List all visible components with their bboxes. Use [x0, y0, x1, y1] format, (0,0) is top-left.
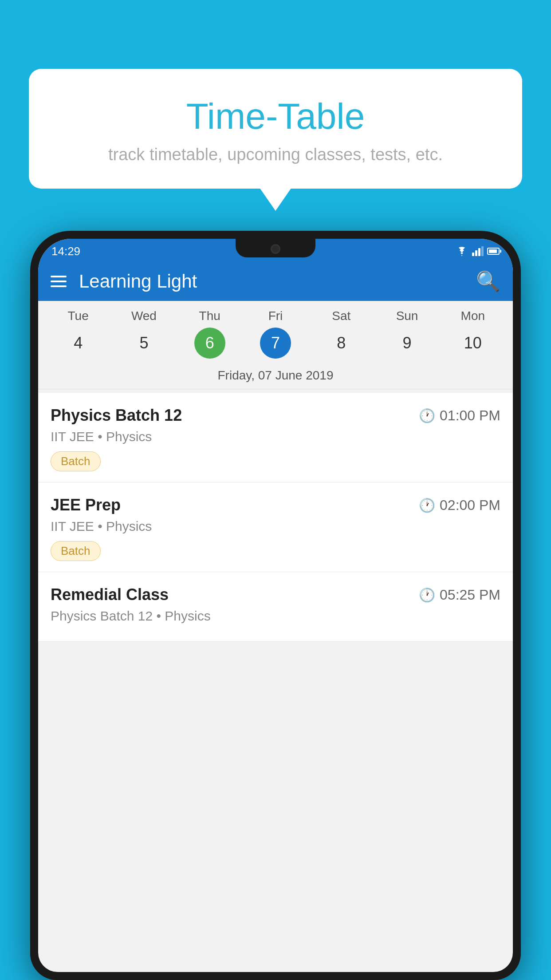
clock-icon: 🕐: [419, 408, 435, 423]
speech-bubble-tail: [260, 188, 291, 211]
schedule-item[interactable]: Physics Batch 12 🕐 01:00 PM IIT JEE • Ph…: [38, 393, 513, 482]
day-number[interactable]: 9: [392, 328, 423, 359]
schedule-item-subtitle: Physics Batch 12 • Physics: [51, 609, 500, 624]
day-col-fri[interactable]: Fri7: [253, 309, 298, 359]
schedule-item-time: 🕐 02:00 PM: [419, 497, 500, 514]
schedule-item-subtitle: IIT JEE • Physics: [51, 519, 500, 534]
day-label: Tue: [68, 309, 89, 323]
clock-icon: 🕐: [419, 587, 435, 603]
schedule-item-title: JEE Prep: [51, 496, 121, 514]
hamburger-menu-button[interactable]: [51, 276, 67, 287]
time-value: 01:00 PM: [440, 407, 500, 424]
status-icons: [455, 246, 500, 256]
status-time: 14:29: [51, 245, 80, 258]
phone-notch: [236, 239, 315, 257]
day-col-sat[interactable]: Sat8: [319, 309, 363, 359]
day-label: Thu: [199, 309, 220, 323]
day-label: Wed: [131, 309, 157, 323]
speech-bubble-section: Time-Table track timetable, upcoming cla…: [29, 69, 522, 211]
day-number[interactable]: 7: [260, 328, 291, 359]
svg-rect-1: [475, 250, 477, 256]
phone-camera: [271, 244, 280, 254]
day-label: Sat: [332, 309, 350, 323]
search-icon[interactable]: 🔍: [476, 270, 500, 293]
schedule-item-title: Physics Batch 12: [51, 406, 182, 425]
day-label: Fri: [268, 309, 283, 323]
phone-frame: 14:29: [30, 231, 521, 980]
day-number[interactable]: 4: [63, 328, 94, 359]
day-number[interactable]: 10: [457, 328, 488, 359]
schedule-item-time: 🕐 01:00 PM: [419, 407, 500, 424]
day-col-sun[interactable]: Sun9: [385, 309, 429, 359]
speech-bubble-card: Time-Table track timetable, upcoming cla…: [29, 69, 522, 189]
time-value: 05:25 PM: [440, 587, 500, 603]
batch-badge: Batch: [51, 541, 101, 561]
schedule-item-header: JEE Prep 🕐 02:00 PM: [51, 496, 500, 514]
svg-rect-0: [472, 253, 474, 256]
day-number[interactable]: 5: [128, 328, 159, 359]
app-header: Learning Light 🔍: [38, 262, 513, 301]
battery-icon: [487, 248, 500, 255]
day-col-thu[interactable]: Thu6: [188, 309, 232, 359]
schedule-item-subtitle: IIT JEE • Physics: [51, 429, 500, 444]
day-col-wed[interactable]: Wed5: [122, 309, 166, 359]
day-label: Mon: [461, 309, 485, 323]
batch-badge: Batch: [51, 451, 101, 471]
schedule-item-title: Remedial Class: [51, 585, 169, 604]
schedule-item-header: Physics Batch 12 🕐 01:00 PM: [51, 406, 500, 425]
app-title: Learning Light: [79, 271, 476, 292]
phone-screen: 14:29: [38, 239, 513, 972]
day-col-mon[interactable]: Mon10: [451, 309, 495, 359]
schedule-item[interactable]: Remedial Class 🕐 05:25 PM Physics Batch …: [38, 572, 513, 642]
days-row: Tue4Wed5Thu6Fri7Sat8Sun9Mon10: [38, 309, 513, 359]
clock-icon: 🕐: [419, 498, 435, 513]
wifi-icon: [455, 246, 468, 256]
schedule-item[interactable]: JEE Prep 🕐 02:00 PM IIT JEE • Physics Ba…: [38, 482, 513, 572]
calendar-strip: Tue4Wed5Thu6Fri7Sat8Sun9Mon10 Friday, 07…: [38, 301, 513, 393]
timetable-subtitle: track timetable, upcoming classes, tests…: [55, 145, 496, 164]
selected-date-label: Friday, 07 June 2019: [38, 364, 513, 389]
schedule-list: Physics Batch 12 🕐 01:00 PM IIT JEE • Ph…: [38, 393, 513, 642]
schedule-item-header: Remedial Class 🕐 05:25 PM: [51, 585, 500, 604]
day-label: Sun: [396, 309, 418, 323]
svg-rect-2: [478, 248, 480, 256]
signal-icon: [472, 246, 484, 256]
svg-rect-3: [481, 246, 484, 256]
time-value: 02:00 PM: [440, 497, 500, 514]
day-number[interactable]: 6: [194, 328, 225, 359]
schedule-item-time: 🕐 05:25 PM: [419, 587, 500, 603]
timetable-title: Time-Table: [55, 95, 496, 137]
day-col-tue[interactable]: Tue4: [56, 309, 100, 359]
day-number[interactable]: 8: [326, 328, 357, 359]
